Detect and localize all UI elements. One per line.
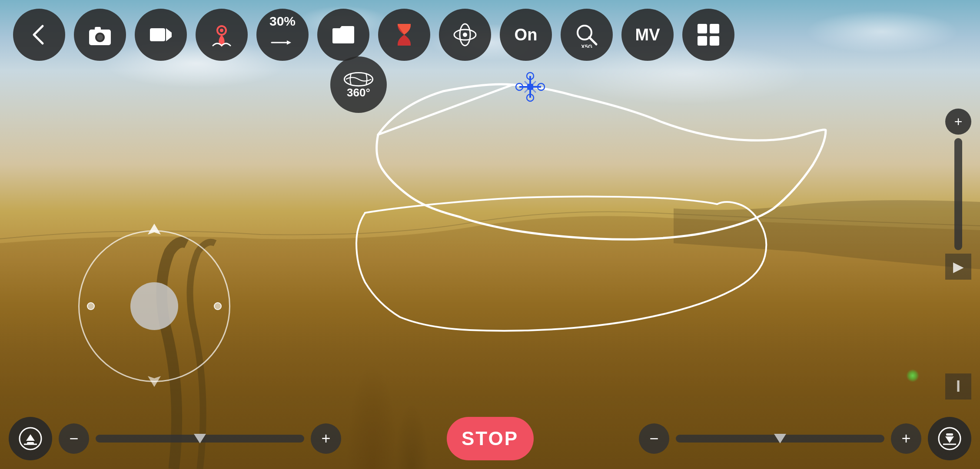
zoom-percent-button[interactable]: 30% — [256, 9, 309, 61]
play-label: ▶ — [953, 258, 964, 275]
svg-text:X5G: X5G — [581, 43, 592, 48]
right-slider-minus-btn[interactable]: − — [639, 423, 669, 454]
toolbar: 30% — [0, 0, 980, 69]
mv-button[interactable]: MV — [621, 9, 674, 61]
mv-label: MV — [635, 26, 660, 44]
svg-rect-21 — [698, 24, 707, 33]
zoom-plus-label: + — [954, 114, 963, 130]
right-zoom-panel: + ▶ I — [943, 109, 973, 400]
svg-rect-11 — [150, 28, 165, 41]
right-slider-track[interactable] — [676, 435, 884, 443]
takeoff-button[interactable] — [9, 417, 52, 460]
camera-button[interactable] — [74, 9, 126, 61]
svg-point-17 — [463, 33, 467, 37]
right-slider-thumb — [774, 434, 786, 443]
left-slider-thumb — [194, 434, 206, 443]
right-plus-label: + — [901, 429, 910, 448]
bottom-left-group: − + — [9, 417, 341, 460]
timer-button[interactable] — [378, 9, 430, 61]
play-button[interactable]: ▶ — [945, 254, 971, 280]
route-button[interactable] — [196, 9, 248, 61]
right-minus-label: − — [649, 429, 658, 448]
on-button[interactable]: On — [500, 9, 552, 61]
joystick-left[interactable] — [78, 230, 230, 382]
zoom-track[interactable] — [954, 138, 962, 250]
bottom-controls: − + STOP − + — [0, 417, 980, 460]
zoom-percent-label: 30% — [269, 14, 296, 29]
left-plus-label: + — [321, 429, 330, 448]
svg-rect-10 — [95, 27, 101, 30]
svg-point-14 — [220, 29, 223, 32]
svg-marker-12 — [166, 28, 172, 41]
svg-rect-23 — [698, 36, 707, 46]
gimbal-button[interactable] — [439, 9, 491, 61]
back-button[interactable] — [13, 9, 65, 61]
svg-rect-30 — [946, 433, 953, 436]
btn-360[interactable]: 360° — [330, 56, 387, 113]
left-slider-plus-btn[interactable]: + — [311, 423, 341, 454]
land-button[interactable] — [928, 417, 971, 460]
svg-rect-24 — [710, 36, 719, 46]
grid-button[interactable] — [682, 9, 734, 61]
joystick-arrow-down — [146, 372, 163, 391]
btn-360-label: 360° — [347, 87, 370, 98]
svg-rect-22 — [710, 24, 719, 33]
left-slider-minus-btn[interactable]: − — [59, 423, 89, 454]
joystick-thumb[interactable] — [130, 282, 178, 330]
zoom-x5g-button[interactable]: X5G — [561, 9, 613, 61]
joystick-dot-left — [87, 302, 95, 310]
left-slider-track[interactable] — [96, 435, 304, 443]
bottom-right-group: − + — [639, 417, 971, 460]
folder-button[interactable] — [317, 9, 369, 61]
right-slider-plus-btn[interactable]: + — [891, 423, 921, 454]
stop-label: STOP — [462, 428, 518, 449]
pause-label: I — [956, 377, 960, 396]
video-button[interactable] — [135, 9, 187, 61]
drone-icon — [515, 72, 545, 102]
main-container: 30% — [0, 0, 980, 469]
left-minus-label: − — [69, 429, 78, 448]
svg-point-9 — [97, 34, 103, 40]
joystick-arrow-up — [146, 221, 163, 241]
pause-button[interactable]: I — [945, 373, 971, 400]
zoom-plus-btn[interactable]: + — [945, 109, 971, 135]
on-label: On — [515, 26, 538, 44]
stop-button[interactable]: STOP — [447, 417, 534, 460]
joystick-dot-right — [214, 302, 222, 310]
lens-flare — [906, 369, 919, 382]
